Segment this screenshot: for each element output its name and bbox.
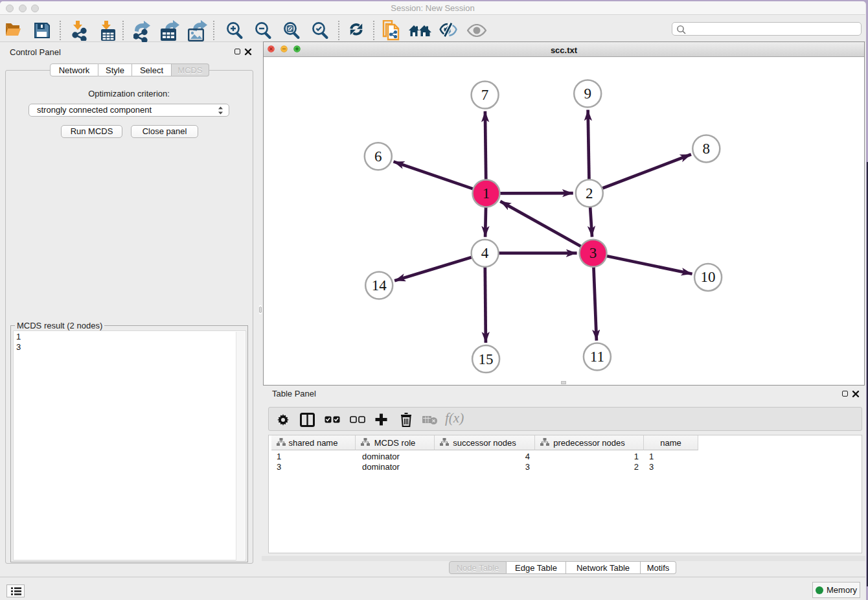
svg-text:6: 6: [374, 148, 382, 165]
svg-text:1: 1: [483, 185, 490, 202]
svg-text:9: 9: [584, 86, 591, 102]
svg-text:8: 8: [703, 141, 711, 157]
svg-text:10: 10: [701, 269, 716, 285]
svg-text:14: 14: [372, 277, 387, 294]
svg-text:11: 11: [590, 349, 604, 365]
svg-text:4: 4: [481, 245, 489, 261]
svg-text:7: 7: [481, 87, 489, 103]
svg-text:15: 15: [479, 351, 494, 367]
svg-text:2: 2: [586, 185, 593, 202]
svg-text:3: 3: [589, 245, 597, 261]
